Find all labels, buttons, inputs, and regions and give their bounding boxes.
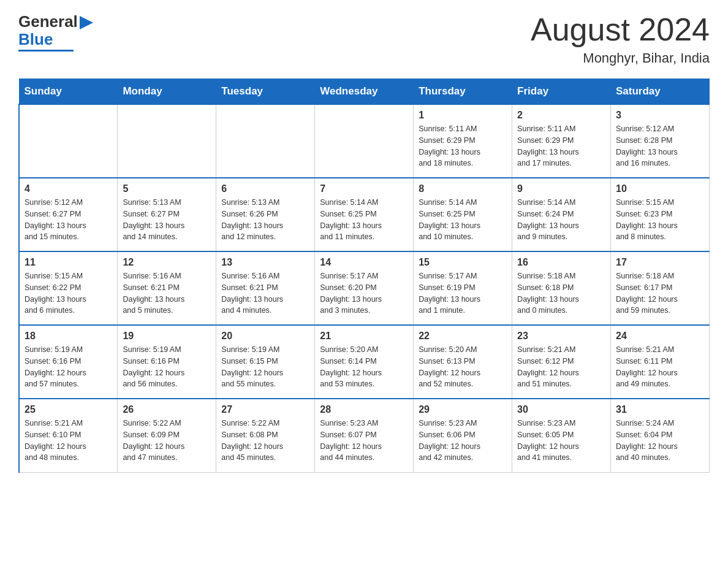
calendar-cell: 26Sunrise: 5:22 AM Sunset: 6:09 PM Dayli… bbox=[118, 399, 216, 472]
logo: General Blue bbox=[18, 12, 93, 52]
day-info: Sunrise: 5:21 AM Sunset: 6:11 PM Dayligh… bbox=[616, 344, 704, 390]
day-info: Sunrise: 5:19 AM Sunset: 6:16 PM Dayligh… bbox=[123, 344, 211, 390]
calendar-cell: 9Sunrise: 5:14 AM Sunset: 6:24 PM Daylig… bbox=[512, 178, 611, 251]
day-info: Sunrise: 5:17 AM Sunset: 6:19 PM Dayligh… bbox=[419, 270, 507, 316]
day-number: 8 bbox=[419, 183, 507, 194]
day-number: 7 bbox=[320, 183, 408, 194]
calendar-cell: 22Sunrise: 5:20 AM Sunset: 6:13 PM Dayli… bbox=[414, 325, 512, 399]
calendar-cell: 31Sunrise: 5:24 AM Sunset: 6:04 PM Dayli… bbox=[611, 399, 710, 472]
day-number: 15 bbox=[419, 257, 507, 268]
calendar-subtitle: Monghyr, Bihar, India bbox=[531, 50, 710, 66]
day-info: Sunrise: 5:15 AM Sunset: 6:23 PM Dayligh… bbox=[616, 197, 704, 243]
calendar-title: August 2024 bbox=[531, 12, 710, 47]
calendar-cell: 15Sunrise: 5:17 AM Sunset: 6:19 PM Dayli… bbox=[414, 251, 512, 325]
day-info: Sunrise: 5:12 AM Sunset: 6:28 PM Dayligh… bbox=[616, 123, 704, 169]
day-info: Sunrise: 5:16 AM Sunset: 6:21 PM Dayligh… bbox=[123, 270, 211, 316]
calendar-cell: 18Sunrise: 5:19 AM Sunset: 6:16 PM Dayli… bbox=[19, 325, 118, 399]
calendar-cell: 24Sunrise: 5:21 AM Sunset: 6:11 PM Dayli… bbox=[611, 325, 710, 399]
header-saturday: Saturday bbox=[611, 79, 710, 105]
calendar-cell bbox=[315, 104, 414, 178]
day-info: Sunrise: 5:11 AM Sunset: 6:29 PM Dayligh… bbox=[517, 123, 605, 169]
calendar-cell: 4Sunrise: 5:12 AM Sunset: 6:27 PM Daylig… bbox=[19, 178, 118, 251]
calendar-cell bbox=[216, 104, 315, 178]
day-number: 31 bbox=[616, 404, 704, 415]
calendar-cell: 19Sunrise: 5:19 AM Sunset: 6:16 PM Dayli… bbox=[118, 325, 216, 399]
calendar-cell: 1Sunrise: 5:11 AM Sunset: 6:29 PM Daylig… bbox=[414, 104, 512, 178]
calendar-cell: 11Sunrise: 5:15 AM Sunset: 6:22 PM Dayli… bbox=[19, 251, 118, 325]
calendar-cell bbox=[118, 104, 216, 178]
calendar-cell: 30Sunrise: 5:23 AM Sunset: 6:05 PM Dayli… bbox=[512, 399, 611, 472]
calendar-body: 1Sunrise: 5:11 AM Sunset: 6:29 PM Daylig… bbox=[19, 104, 710, 472]
day-info: Sunrise: 5:12 AM Sunset: 6:27 PM Dayligh… bbox=[25, 197, 112, 243]
day-number: 10 bbox=[616, 183, 704, 194]
day-number: 19 bbox=[123, 331, 211, 342]
calendar-cell: 23Sunrise: 5:21 AM Sunset: 6:12 PM Dayli… bbox=[512, 325, 611, 399]
day-number: 11 bbox=[25, 257, 112, 268]
day-info: Sunrise: 5:14 AM Sunset: 6:25 PM Dayligh… bbox=[419, 197, 507, 243]
day-number: 16 bbox=[517, 257, 605, 268]
day-number: 5 bbox=[123, 183, 211, 194]
svg-marker-0 bbox=[80, 16, 93, 29]
day-info: Sunrise: 5:22 AM Sunset: 6:09 PM Dayligh… bbox=[123, 418, 211, 464]
day-number: 1 bbox=[419, 110, 507, 121]
day-info: Sunrise: 5:23 AM Sunset: 6:07 PM Dayligh… bbox=[320, 418, 408, 464]
header-thursday: Thursday bbox=[414, 79, 512, 105]
day-number: 28 bbox=[320, 404, 408, 415]
day-info: Sunrise: 5:23 AM Sunset: 6:06 PM Dayligh… bbox=[419, 418, 507, 464]
day-info: Sunrise: 5:20 AM Sunset: 6:14 PM Dayligh… bbox=[320, 344, 408, 390]
calendar-cell: 25Sunrise: 5:21 AM Sunset: 6:10 PM Dayli… bbox=[19, 399, 118, 472]
day-number: 17 bbox=[616, 257, 704, 268]
calendar-cell: 3Sunrise: 5:12 AM Sunset: 6:28 PM Daylig… bbox=[611, 104, 710, 178]
calendar-cell: 5Sunrise: 5:13 AM Sunset: 6:27 PM Daylig… bbox=[118, 178, 216, 251]
calendar-row-5: 25Sunrise: 5:21 AM Sunset: 6:10 PM Dayli… bbox=[19, 399, 710, 472]
header-tuesday: Tuesday bbox=[216, 79, 315, 105]
day-info: Sunrise: 5:18 AM Sunset: 6:18 PM Dayligh… bbox=[517, 270, 605, 316]
day-number: 23 bbox=[517, 331, 605, 342]
calendar-cell: 14Sunrise: 5:17 AM Sunset: 6:20 PM Dayli… bbox=[315, 251, 414, 325]
logo-triangle-icon bbox=[80, 16, 93, 29]
day-info: Sunrise: 5:11 AM Sunset: 6:29 PM Dayligh… bbox=[419, 123, 507, 169]
calendar-header: Sunday Monday Tuesday Wednesday Thursday… bbox=[19, 79, 710, 105]
logo-underline bbox=[18, 50, 74, 52]
day-number: 25 bbox=[25, 404, 112, 415]
day-number: 20 bbox=[221, 331, 309, 342]
calendar-cell: 6Sunrise: 5:13 AM Sunset: 6:26 PM Daylig… bbox=[216, 178, 315, 251]
day-info: Sunrise: 5:19 AM Sunset: 6:15 PM Dayligh… bbox=[221, 344, 309, 390]
day-info: Sunrise: 5:16 AM Sunset: 6:21 PM Dayligh… bbox=[221, 270, 309, 316]
day-info: Sunrise: 5:15 AM Sunset: 6:22 PM Dayligh… bbox=[25, 270, 112, 316]
header: General Blue August 2024 Monghyr, Bihar,… bbox=[18, 12, 710, 66]
day-info: Sunrise: 5:24 AM Sunset: 6:04 PM Dayligh… bbox=[616, 418, 704, 464]
calendar-cell: 12Sunrise: 5:16 AM Sunset: 6:21 PM Dayli… bbox=[118, 251, 216, 325]
day-number: 27 bbox=[221, 404, 309, 415]
header-friday: Friday bbox=[512, 79, 611, 105]
calendar-cell: 13Sunrise: 5:16 AM Sunset: 6:21 PM Dayli… bbox=[216, 251, 315, 325]
day-info: Sunrise: 5:14 AM Sunset: 6:24 PM Dayligh… bbox=[517, 197, 605, 243]
header-monday: Monday bbox=[118, 79, 216, 105]
day-number: 14 bbox=[320, 257, 408, 268]
day-number: 29 bbox=[419, 404, 507, 415]
calendar-cell: 7Sunrise: 5:14 AM Sunset: 6:25 PM Daylig… bbox=[315, 178, 414, 251]
day-info: Sunrise: 5:21 AM Sunset: 6:10 PM Dayligh… bbox=[25, 418, 112, 464]
header-sunday: Sunday bbox=[19, 79, 118, 105]
logo-general-text: General bbox=[18, 12, 78, 31]
header-wednesday: Wednesday bbox=[315, 79, 414, 105]
day-number: 21 bbox=[320, 331, 408, 342]
day-number: 3 bbox=[616, 110, 704, 121]
day-info: Sunrise: 5:21 AM Sunset: 6:12 PM Dayligh… bbox=[517, 344, 605, 390]
header-row: Sunday Monday Tuesday Wednesday Thursday… bbox=[19, 79, 710, 105]
calendar-row-3: 11Sunrise: 5:15 AM Sunset: 6:22 PM Dayli… bbox=[19, 251, 710, 325]
day-info: Sunrise: 5:18 AM Sunset: 6:17 PM Dayligh… bbox=[616, 270, 704, 316]
day-number: 13 bbox=[221, 257, 309, 268]
day-number: 24 bbox=[616, 331, 704, 342]
day-info: Sunrise: 5:23 AM Sunset: 6:05 PM Dayligh… bbox=[517, 418, 605, 464]
day-info: Sunrise: 5:13 AM Sunset: 6:26 PM Dayligh… bbox=[221, 197, 309, 243]
calendar-cell bbox=[19, 104, 118, 178]
calendar-cell: 16Sunrise: 5:18 AM Sunset: 6:18 PM Dayli… bbox=[512, 251, 611, 325]
calendar-row-4: 18Sunrise: 5:19 AM Sunset: 6:16 PM Dayli… bbox=[19, 325, 710, 399]
calendar-cell: 10Sunrise: 5:15 AM Sunset: 6:23 PM Dayli… bbox=[611, 178, 710, 251]
day-number: 12 bbox=[123, 257, 211, 268]
day-number: 22 bbox=[419, 331, 507, 342]
calendar-cell: 28Sunrise: 5:23 AM Sunset: 6:07 PM Dayli… bbox=[315, 399, 414, 472]
calendar-cell: 29Sunrise: 5:23 AM Sunset: 6:06 PM Dayli… bbox=[414, 399, 512, 472]
calendar-cell: 8Sunrise: 5:14 AM Sunset: 6:25 PM Daylig… bbox=[414, 178, 512, 251]
